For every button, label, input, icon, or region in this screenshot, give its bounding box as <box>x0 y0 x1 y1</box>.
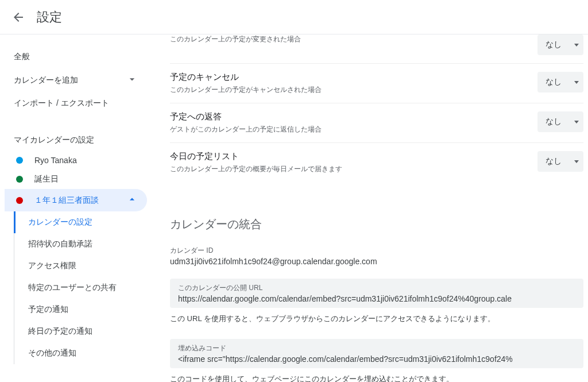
dropdown-triangle-icon <box>574 44 579 47</box>
select-changed[interactable]: なし <box>537 34 583 55</box>
sidebar-item-label: 全般 <box>14 52 30 62</box>
calendar-sub-nav: カレンダーの設定 招待状の自動承諾 アクセス権限 特定のユーザーとの共有 予定の… <box>14 211 147 364</box>
subnav-event-notifications[interactable]: 予定の通知 <box>14 299 147 321</box>
sidebar-item-general[interactable]: 全般 <box>5 46 147 68</box>
sidebar-item-import-export[interactable]: インポート / エクスポート <box>5 92 147 114</box>
select-daily-agenda[interactable]: なし <box>537 151 583 172</box>
calendar-item-active[interactable]: １年１組三者面談 <box>5 189 147 211</box>
sidebar-section-my-calendars: マイカレンダーの設定 <box>5 129 147 151</box>
subnav-auto-accept[interactable]: 招待状の自動承諾 <box>14 233 147 255</box>
integration-heading: カレンダーの統合 <box>170 217 583 232</box>
box-value: <iframe src="https://calendar.google.com… <box>178 354 575 364</box>
main-content: このカレンダー上の予定が変更された場合 なし 予定のキャンセル このカレンダー上… <box>147 34 588 382</box>
chevron-down-icon <box>126 74 138 87</box>
field-label: カレンダー ID <box>170 246 583 256</box>
embed-note: このコードを使用して、ウェブページにこのカレンダーを埋め込むことができます。 <box>170 374 583 382</box>
dropdown-triangle-icon <box>574 81 579 84</box>
back-arrow-icon[interactable] <box>11 10 25 24</box>
calendar-label: 誕生日 <box>34 174 59 184</box>
public-url-box[interactable]: このカレンダーの公開 URL https://calendar.google.c… <box>170 279 583 308</box>
sidebar-item-label: インポート / エクスポート <box>14 98 109 109</box>
calendar-item[interactable]: Ryo Tanaka <box>5 151 147 169</box>
setting-row-cancel: 予定のキャンセル このカレンダー上の予定がキャンセルされた場合 なし <box>170 63 583 103</box>
setting-label: 今日の予定リスト <box>170 151 342 162</box>
field-value: udm31ji0iv621ifolmh1c9of24@group.calenda… <box>170 257 583 266</box>
select-value: なし <box>546 40 562 50</box>
setting-row-changed: このカレンダー上の予定が変更された場合 なし <box>170 34 583 63</box>
box-value: https://calendar.google.com/calendar/emb… <box>178 294 575 303</box>
select-value: なし <box>546 117 562 127</box>
subnav-other-notifications[interactable]: その他の通知 <box>14 342 147 364</box>
chevron-up-icon <box>126 194 138 207</box>
sidebar-item-add-calendar[interactable]: カレンダーを追加 <box>5 68 147 92</box>
subnav-access[interactable]: アクセス権限 <box>14 255 147 277</box>
setting-label: 予定のキャンセル <box>170 72 322 83</box>
setting-desc: ゲストがこのカレンダー上の予定に返信した場合 <box>170 125 322 134</box>
sidebar-section-label: マイカレンダーの設定 <box>14 135 94 145</box>
public-url-note: この URL を使用すると、ウェブブラウザからこのカレンダーにアクセスできるよう… <box>170 314 583 324</box>
embed-code-box[interactable]: 埋め込みコード <iframe src="https://calendar.go… <box>170 339 583 368</box>
calendar-color-dot <box>16 176 23 183</box>
calendar-item[interactable]: 誕生日 <box>5 169 147 189</box>
setting-row-daily-agenda: 今日の予定リスト このカレンダー上の予定の概要が毎日メールで届きます なし <box>170 142 583 182</box>
settings-sidebar: 全般 カレンダーを追加 インポート / エクスポート マイカレンダーの設定 Ry… <box>0 34 147 382</box>
select-value: なし <box>546 77 562 87</box>
calendar-id-field: カレンダー ID udm31ji0iv621ifolmh1c9of24@grou… <box>170 246 583 266</box>
setting-row-response: 予定への返答 ゲストがこのカレンダー上の予定に返信した場合 なし <box>170 103 583 142</box>
select-value: なし <box>546 156 562 167</box>
calendar-label: １年１組三者面談 <box>34 195 99 206</box>
subnav-allday-notifications[interactable]: 終日の予定の通知 <box>14 321 147 342</box>
setting-label: 予定への返答 <box>170 111 322 122</box>
dropdown-triangle-icon <box>574 121 579 124</box>
sidebar-item-label: カレンダーを追加 <box>14 75 78 86</box>
box-label: このカレンダーの公開 URL <box>178 283 575 293</box>
subnav-share-specific[interactable]: 特定のユーザーとの共有 <box>14 277 147 299</box>
calendar-label: Ryo Tanaka <box>34 156 77 165</box>
subnav-calendar-settings[interactable]: カレンダーの設定 <box>14 211 147 233</box>
page-title: 設定 <box>37 9 62 26</box>
calendar-color-dot <box>16 197 23 204</box>
setting-desc: このカレンダー上の予定が変更された場合 <box>170 34 301 44</box>
calendar-color-dot <box>16 157 23 164</box>
dropdown-triangle-icon <box>574 160 579 163</box>
settings-header: 設定 <box>0 0 588 34</box>
select-cancel[interactable]: なし <box>537 72 583 92</box>
setting-desc: このカレンダー上の予定の概要が毎日メールで届きます <box>170 164 342 174</box>
box-label: 埋め込みコード <box>178 344 575 353</box>
setting-desc: このカレンダー上の予定がキャンセルされた場合 <box>170 85 322 95</box>
select-response[interactable]: なし <box>537 111 583 132</box>
